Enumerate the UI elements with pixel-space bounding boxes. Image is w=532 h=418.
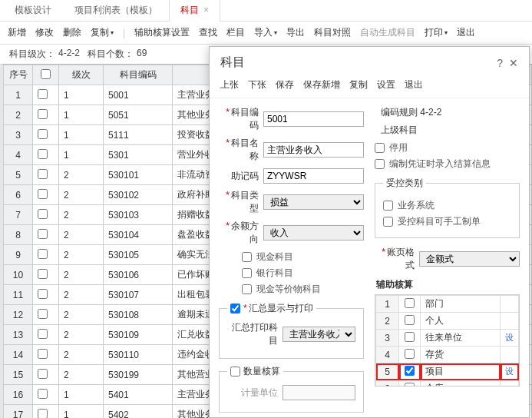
row-checkbox[interactable] (38, 329, 48, 339)
row-checkbox[interactable] (38, 129, 48, 139)
row-checkbox[interactable] (38, 229, 48, 239)
aux-row[interactable]: 1部门 (376, 296, 519, 313)
dlg-savenew[interactable]: 保存新增 (303, 78, 340, 91)
row-checkbox[interactable] (38, 149, 48, 159)
dlg-save[interactable]: 保存 (276, 78, 294, 91)
code-input[interactable] (263, 111, 364, 127)
help-icon[interactable]: ? (497, 57, 503, 69)
row-checkbox[interactable] (38, 369, 48, 379)
row-checkbox[interactable] (38, 109, 48, 119)
tb-export[interactable]: 导出 (286, 26, 305, 39)
aux-checkbox[interactable] (405, 332, 415, 342)
aux-row[interactable]: 3往来单位设 (376, 330, 519, 347)
bank-checkbox[interactable] (242, 268, 252, 278)
aux-row[interactable]: 6仓库 (376, 380, 519, 387)
subject-dialog: 科目 ? ✕ 上张 下张 保存 保存新增 复制 设置 退出 *科目编码 *科目名… (209, 46, 530, 418)
aux-set-link[interactable]: 设 (505, 367, 514, 376)
tb-col[interactable]: 栏目 (226, 26, 245, 39)
dlg-exit[interactable]: 退出 (405, 78, 423, 91)
row-checkbox[interactable] (38, 89, 48, 99)
biz-checkbox[interactable] (383, 201, 393, 211)
aux-checkbox[interactable] (405, 366, 415, 376)
dir-select[interactable]: 收入 (263, 225, 364, 241)
row-checkbox[interactable] (38, 269, 48, 279)
row-checkbox[interactable] (38, 169, 48, 179)
aux-row[interactable]: 2个人 (376, 313, 519, 330)
aux-table[interactable]: 1部门2个人3往来单位设4存货5项目设6仓库 (375, 294, 520, 386)
row-checkbox[interactable] (38, 249, 48, 259)
row-checkbox[interactable] (38, 389, 48, 399)
row-checkbox[interactable] (38, 209, 48, 219)
tb-del[interactable]: 删除 (63, 26, 81, 39)
aux-row[interactable]: 5项目设 (376, 363, 519, 380)
dlg-copy[interactable]: 复制 (349, 78, 368, 91)
qty-toggle[interactable] (230, 367, 240, 377)
qty-fieldset: 数量核算 计量单位 (219, 365, 364, 413)
aux-checkbox[interactable] (405, 298, 415, 308)
tab-template[interactable]: 模板设计 (3, 0, 63, 21)
pagefmt-select[interactable]: 金额式 (419, 251, 520, 267)
row-checkbox[interactable] (38, 309, 48, 319)
chevron-down-icon: ▾ (274, 29, 277, 36)
mnemo-input[interactable] (263, 168, 364, 184)
dlg-set[interactable]: 设置 (377, 78, 395, 91)
tb-find[interactable]: 查找 (199, 26, 217, 39)
toolbar: 新增 修改 删除 复制▾ | 辅助核算设置 查找 栏目 导入▾ 导出 科目对照 … (0, 22, 532, 45)
aux-checkbox[interactable] (405, 349, 415, 359)
aux-set-link[interactable]: 设 (505, 333, 514, 342)
tab-subject[interactable]: 科目× (169, 0, 220, 22)
tb-import[interactable]: 导入▾ (254, 26, 277, 39)
aux-checkbox[interactable] (405, 383, 415, 387)
header-checkbox[interactable] (41, 69, 51, 79)
cash-checkbox[interactable] (242, 252, 252, 262)
dlg-prev[interactable]: 上张 (220, 78, 239, 91)
tab-profit[interactable]: 项目利润表（模板） (63, 0, 169, 21)
aux-row[interactable]: 4存货 (376, 347, 519, 363)
summary-fieldset: *汇总显示与打印 汇总打印科目主营业务收入 (219, 302, 364, 359)
row-checkbox[interactable] (38, 409, 48, 419)
tb-copy[interactable]: 复制▾ (91, 26, 114, 39)
summary-toggle[interactable] (230, 304, 240, 314)
chevron-down-icon: ▾ (444, 29, 448, 36)
close-icon[interactable]: × (203, 5, 209, 15)
dialog-title: 科目 (220, 55, 245, 71)
col-seq: 序号 (4, 65, 33, 85)
name-input[interactable] (263, 142, 364, 158)
tb-edit[interactable]: 修改 (35, 26, 54, 39)
col-code: 科目编码 (104, 65, 173, 85)
col-chk (33, 65, 59, 85)
col-lvl: 级次 (59, 65, 104, 85)
cashlike-checkbox[interactable] (242, 284, 252, 294)
tb-print[interactable]: 打印▾ (425, 26, 448, 39)
type-select[interactable]: 损益 (263, 194, 364, 210)
row-checkbox[interactable] (38, 349, 48, 359)
row-checkbox[interactable] (38, 289, 48, 299)
tb-autogen: 自动生成科目 (360, 26, 415, 39)
tb-exit[interactable]: 退出 (457, 26, 475, 39)
disable-checkbox[interactable] (375, 143, 385, 153)
aux-checkbox[interactable] (405, 315, 415, 325)
tb-aux[interactable]: 辅助核算设置 (134, 26, 190, 39)
dlg-next[interactable]: 下张 (248, 78, 266, 91)
chevron-down-icon: ▾ (111, 29, 114, 36)
tb-compare[interactable]: 科目对照 (314, 26, 351, 39)
summary-select[interactable]: 主营业务收入 (283, 327, 355, 342)
row-checkbox[interactable] (38, 189, 48, 199)
ctrl-fieldset: 受控类别 业务系统 受控科目可手工制单 (375, 177, 520, 238)
tb-new[interactable]: 新增 (8, 26, 26, 39)
manual-checkbox[interactable] (383, 217, 393, 227)
qty-input (283, 385, 355, 400)
vset-checkbox[interactable] (375, 159, 385, 169)
close-icon[interactable]: ✕ (509, 57, 518, 69)
